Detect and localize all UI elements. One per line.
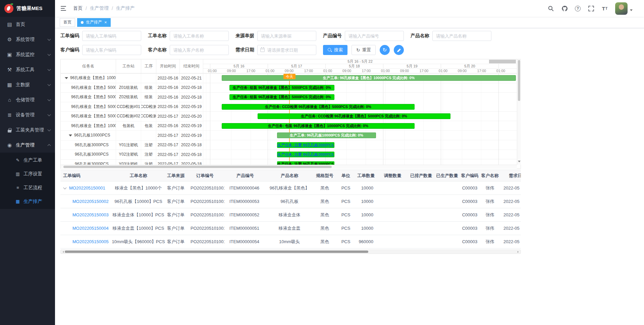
- col-customer-code: 客户编码: [461, 170, 479, 181]
- search-button[interactable]: 搜索: [323, 45, 347, 55]
- sidebar-item-routing[interactable]: ≡ 工艺流程: [0, 181, 55, 195]
- due-date-input[interactable]: [257, 45, 316, 55]
- gear-icon: ⚙: [6, 37, 13, 43]
- col-work-order-name: 工单名称: [111, 170, 166, 181]
- fullscreen-icon[interactable]: [588, 5, 594, 12]
- gantt-bar-task[interactable]: 生产任务: CCD检测 96孔移液盒【黑色】5000PCS 完成比例: 0%: [258, 113, 450, 119]
- col-item-no: 产品编号: [224, 170, 266, 181]
- order-code-cell: MO202205150003: [60, 208, 111, 222]
- gantt-bar-task[interactable]: 生产任务: 注塑 96孔孔板3000PCS 完成: [277, 161, 334, 165]
- gantt-bar-task[interactable]: 生产任务: 包装 96孔移液盒【黑色】10000PCS 完成比例: 0%: [222, 123, 415, 129]
- order-code-link[interactable]: MO202205150005: [72, 239, 109, 244]
- tab-home[interactable]: 首页: [60, 18, 75, 27]
- close-icon[interactable]: ×: [104, 20, 107, 24]
- filter-label: 产品名称: [411, 33, 429, 39]
- app-logo[interactable]: 苦糖果MES: [0, 0, 55, 17]
- order-code-link[interactable]: MO202205150001: [69, 185, 105, 191]
- customer-name-input[interactable]: [170, 45, 229, 55]
- gantt-task-row[interactable]: 96孔移液盒【黑色】5000P CCD检测#02 CCD检测 2022-05-1…: [61, 112, 203, 121]
- gantt-task-row[interactable]: 96孔孔板3000PCS Y01注塑机 注塑 2022-05-17 2022-0…: [61, 141, 203, 150]
- gantt-task-row[interactable]: 96孔移液盒【黑色】5000P CCD检测#01 CCD检测 2022-05-1…: [61, 102, 203, 112]
- gantt-task-row[interactable]: 96孔孔板3000PCS Y02注塑机 注塑 2022-05-17 2022-0…: [61, 150, 203, 160]
- gantt-bar-task-selected[interactable]: 生产任务: 注塑 96孔孔板3000PCS 完成: [277, 152, 334, 157]
- gantt-bar-order[interactable]: 生产工单: 96孔移液盒【黑色】10000PCS 完成比例: 0%: [222, 75, 516, 81]
- end-cell: 2022-05-19: [180, 131, 203, 140]
- gantt-bar-task[interactable]: 生产任务: 组装 96孔移液盒【黑色】5000PCS 完成比例: 0%: [229, 85, 334, 91]
- filter-source-doc: 来源单据: [235, 31, 316, 41]
- sidebar-item-home[interactable]: ▤ 首页: [0, 17, 55, 32]
- scroll-left-arrow-icon[interactable]: [62, 251, 64, 253]
- product-code-input[interactable]: [345, 31, 404, 41]
- order-code-link[interactable]: MO202205150003: [72, 212, 109, 217]
- refresh-gantt-button[interactable]: ↻: [380, 45, 390, 55]
- collapse-caret-icon[interactable]: [65, 77, 68, 81]
- font-size-icon[interactable]: TT: [601, 5, 608, 12]
- sidebar-item-work-orders[interactable]: ✎ 生产工单: [0, 153, 55, 167]
- sidebar-item-master-data[interactable]: ▦ 主数据: [0, 77, 55, 92]
- search-icon[interactable]: [547, 5, 554, 12]
- filter-row-1: 工单编码 工单名称 来源单据 产品编号 产品名称: [60, 31, 644, 41]
- sidebar-item-process-settings[interactable]: ▥ 工序设置: [0, 167, 55, 181]
- gantt-task-row[interactable]: 96孔移液盒【黑色】10000P 2022-05-16 2022-05-21: [61, 73, 203, 83]
- table-horizontal-scrollbar[interactable]: [60, 250, 521, 254]
- work-order-name-input[interactable]: [170, 31, 229, 41]
- customer-code-input[interactable]: [82, 45, 141, 55]
- reset-button[interactable]: ↻ 重置: [352, 45, 376, 55]
- tab-label: 生产排产: [86, 19, 102, 25]
- sidebar-item-scheduling[interactable]: ▦ 生产排产: [0, 195, 55, 208]
- day-gridline: [498, 73, 499, 165]
- order-row[interactable]: MO202205150005 10mm吸头【960000】PCS 客户订单 PO…: [60, 235, 521, 249]
- gantt-bar-task[interactable]: 生产任务: 组装 96孔移液盒【黑色】5000PCS 完成比例: 0%: [229, 94, 334, 100]
- scroll-down-arrow-icon[interactable]: [518, 161, 521, 164]
- breadcrumb-production[interactable]: 生产管理: [90, 5, 109, 11]
- gantt-task-row[interactable]: 96孔移液盒【黑色】5000P Z01组装机 组装 2022-05-16 202…: [61, 83, 203, 93]
- chevron-down-icon: [48, 52, 51, 56]
- sidebar-item-production[interactable]: ◉ 生产管理: [0, 138, 55, 153]
- order-code-link[interactable]: MO202205150004: [72, 226, 109, 231]
- scrollbar-thumb[interactable]: [65, 251, 368, 253]
- tab-scheduling[interactable]: 生产排产 ×: [77, 18, 111, 27]
- adjust-schedule-button[interactable]: [394, 45, 404, 55]
- order-row[interactable]: MO202205150004 移液盒盒盖【10000】PCS 客户订单 PO20…: [60, 222, 521, 235]
- produced-qty-cell: [434, 208, 461, 222]
- sidebar-toggle-icon[interactable]: [55, 0, 72, 17]
- product-name-input[interactable]: [432, 31, 491, 41]
- sidebar-item-tooling[interactable]: 工装夹具管理: [0, 122, 55, 138]
- scrollbar-thumb[interactable]: [518, 60, 520, 101]
- gantt-vertical-scrollbar[interactable]: [517, 59, 521, 165]
- timeline-scroll-thumb[interactable]: [489, 60, 516, 63]
- start-cell: 2022-05-16: [156, 102, 180, 112]
- order-row[interactable]: MO202205150003 移液盒盒体【10000】PCS 客户订单 PO20…: [60, 208, 521, 222]
- topbar-actions: ? TT: [547, 2, 644, 15]
- order-row[interactable]: MO202205150002 96孔孔板【10000】PCS 客户订单 PO20…: [60, 195, 521, 208]
- expand-caret-icon[interactable]: [63, 186, 67, 189]
- work-order-code-input[interactable]: [82, 31, 141, 41]
- gantt-bar-task-selected[interactable]: 生产任务: 注塑 96孔孔板3000PCS 完成: [277, 142, 334, 148]
- gantt-bar-task[interactable]: 生产任务: CCD检测 96孔移液盒【黑色】5000PCS 完成比例: 0%: [222, 104, 415, 110]
- gantt-task-row[interactable]: 96孔孔板3000PCS Y03注塑机 注塑 2022-05-17 2022-0…: [61, 160, 203, 165]
- scrollbar-thumb[interactable]: [63, 166, 332, 168]
- order-code-link[interactable]: MO202205150002: [72, 199, 109, 204]
- sidebar-item-system-monitor[interactable]: ▣ 系统监控: [0, 47, 55, 62]
- collapse-caret-icon[interactable]: [69, 134, 72, 138]
- source-doc-input[interactable]: [257, 31, 316, 41]
- sidebar-item-warehouse[interactable]: ⌂ 仓储管理: [0, 92, 55, 107]
- order-source-cell: 客户订单: [166, 222, 185, 235]
- sidebar-item-system-admin[interactable]: ⚙ 系统管理: [0, 32, 55, 47]
- gantt-horizontal-scrollbar[interactable]: [61, 165, 517, 169]
- github-icon[interactable]: [561, 5, 568, 12]
- gantt-task-row[interactable]: 96孔移液盒【黑色】5000P Z02组装机 组装 2022-05-16 202…: [61, 93, 203, 102]
- scroll-right-arrow-icon[interactable]: [518, 251, 520, 253]
- breadcrumb-home[interactable]: 首页: [73, 5, 83, 11]
- gantt-bar-order[interactable]: 生产工单: 96孔孔板10000PCS 完成比例: 0%: [277, 132, 376, 138]
- user-avatar[interactable]: [615, 2, 628, 15]
- product-cell: 10mm吸头: [266, 235, 313, 249]
- sidebar-item-equipment[interactable]: ≣ 设备管理: [0, 107, 55, 122]
- order-row[interactable]: MO202205150001 移液盒【黑色】10000个 客户订单 PO2022…: [60, 181, 521, 195]
- help-icon[interactable]: ?: [575, 6, 581, 11]
- filter-label: 工单名称: [148, 33, 167, 39]
- sidebar-item-system-tools[interactable]: ⚒ 系统工具: [0, 62, 55, 77]
- gantt-task-row[interactable]: 96孔移液盒【黑色】10000 包装机 包装 2022-05-16 2022-0…: [61, 121, 203, 131]
- gantt-task-row[interactable]: 96孔孔板10000PCS 2022-05-17 2022-05-19: [61, 131, 203, 141]
- breadcrumb: 首页 / 生产管理 / 生产排产: [73, 5, 135, 11]
